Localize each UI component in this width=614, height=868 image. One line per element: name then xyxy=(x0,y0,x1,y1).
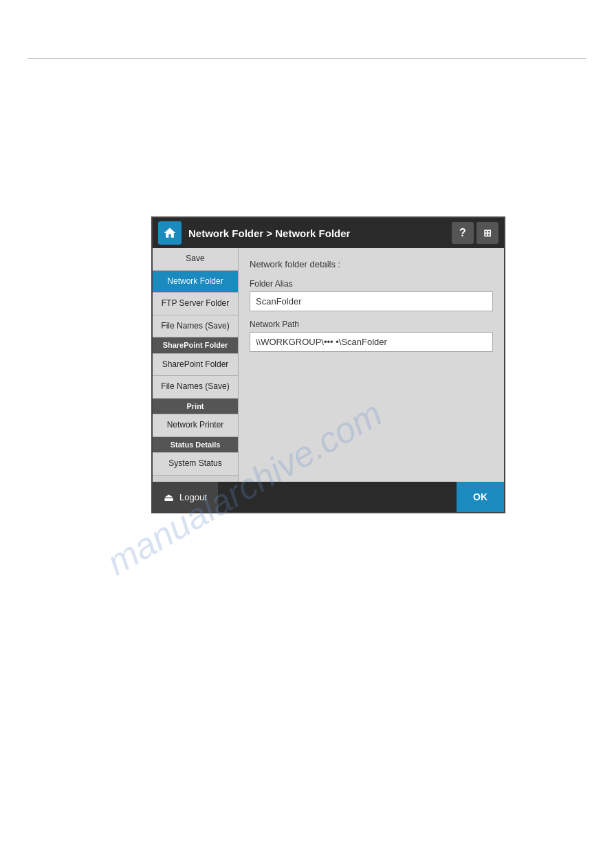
header-right: ? ⊞ xyxy=(452,222,498,244)
sidebar-item-save[interactable]: Save xyxy=(153,248,238,271)
help-button[interactable]: ? xyxy=(452,222,474,244)
sidebar-item-system-status[interactable]: System Status xyxy=(153,453,238,476)
sidebar-item-ftp-server-folder[interactable]: FTP Server Folder xyxy=(153,293,238,315)
sidebar-item-network-folder[interactable]: Network Folder xyxy=(153,271,238,293)
dialog-breadcrumb: Network Folder > Network Folder xyxy=(188,227,350,239)
sidebar-status-details-header: Status Details xyxy=(153,437,238,453)
logout-icon: ⏏ xyxy=(164,491,174,504)
folder-alias-input[interactable] xyxy=(250,291,493,311)
ok-button[interactable]: OK xyxy=(457,482,504,512)
grid-icon: ⊞ xyxy=(483,227,492,238)
header-left: Network Folder > Network Folder xyxy=(158,221,350,245)
sidebar-print-header: Print xyxy=(153,399,238,414)
dialog-window: Network Folder > Network Folder ? ⊞ Save… xyxy=(151,216,505,513)
network-path-input[interactable] xyxy=(250,332,493,352)
dialog-footer: ⏏ Logout OK xyxy=(153,482,504,512)
sidebar: Save Network Folder FTP Server Folder Fi… xyxy=(153,248,239,482)
section-title: Network folder details : xyxy=(250,259,493,269)
dialog-header: Network Folder > Network Folder ? ⊞ xyxy=(153,218,504,248)
sidebar-item-sharepoint-folder[interactable]: SharePoint Folder xyxy=(153,354,238,377)
sidebar-item-file-names-save-2[interactable]: File Names (Save) xyxy=(153,376,238,399)
home-icon xyxy=(163,226,177,240)
logout-button[interactable]: ⏏ Logout xyxy=(153,482,218,512)
sidebar-item-network-printer[interactable]: Network Printer xyxy=(153,414,238,437)
folder-alias-label: Folder Alias xyxy=(250,279,493,289)
grid-button[interactable]: ⊞ xyxy=(476,222,498,244)
sidebar-sharepoint-header: SharePoint Folder xyxy=(153,337,238,353)
dialog-body: Save Network Folder FTP Server Folder Fi… xyxy=(153,248,504,482)
sidebar-item-file-names-save-1[interactable]: File Names (Save) xyxy=(153,315,238,338)
home-button[interactable] xyxy=(158,221,182,245)
network-path-label: Network Path xyxy=(250,320,493,329)
top-divider xyxy=(28,58,586,59)
main-content: Network folder details : Folder Alias Ne… xyxy=(239,248,504,482)
logout-label: Logout xyxy=(179,492,207,502)
